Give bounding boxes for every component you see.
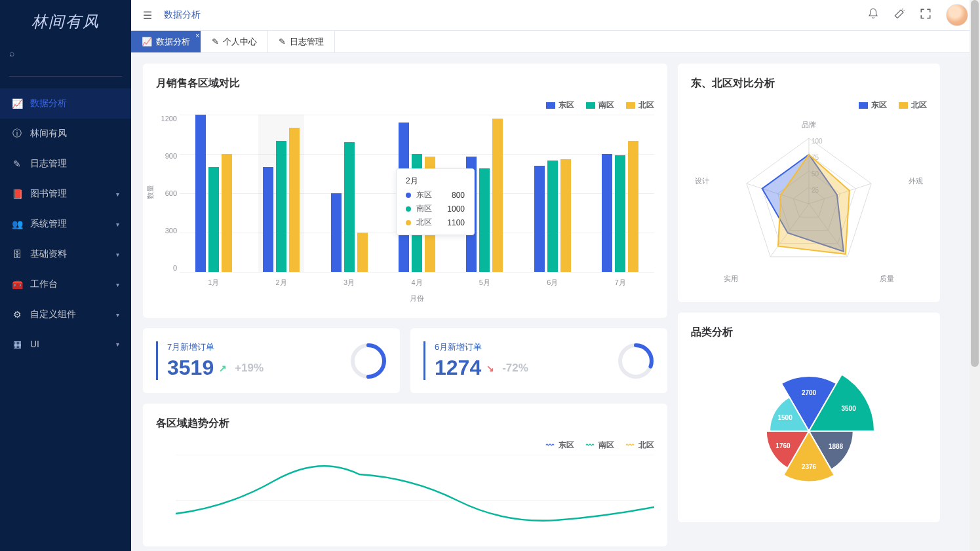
tab-0[interactable]: 📈数据分析× (131, 31, 201, 52)
chart-tooltip: 2月 东区800南区1000北区1100 (396, 168, 475, 235)
avatar[interactable] (946, 4, 968, 26)
bar[interactable] (547, 161, 558, 272)
sidebar-item-0[interactable]: 📈数据分析 (0, 88, 131, 119)
bar[interactable] (289, 128, 300, 272)
fullscreen-icon[interactable] (920, 8, 931, 22)
chevron-down-icon: ▾ (116, 281, 119, 288)
chevron-down-icon: ▾ (116, 341, 119, 348)
sidebar-item-6[interactable]: 🧰工作台▾ (0, 269, 131, 299)
search-input[interactable] (9, 58, 122, 77)
legend-north[interactable]: 〰北区 (626, 440, 654, 451)
legend-north[interactable]: 北区 (626, 100, 654, 111)
top-actions (867, 4, 968, 26)
tab-icon: ✎ (279, 37, 286, 47)
menu-label: 自定义组件 (30, 309, 76, 320)
bar[interactable] (276, 141, 286, 272)
card-radar: 东、北区对比分析 东区 北区 255075100 品牌 外观 质量 实用 设计 (678, 64, 940, 302)
sidebar-menu: 📈数据分析ⓘ林间有风✎日志管理📕图书管理▾👥系统管理▾🗄基础资料▾🧰工作台▾⚙自… (0, 88, 131, 358)
menu-icon: ▦ (12, 339, 22, 349)
legend-south[interactable]: 南区 (586, 100, 614, 111)
bar[interactable] (492, 119, 503, 272)
sidebar-item-8[interactable]: ▦UI▾ (0, 330, 131, 358)
line-chart[interactable]: 200 150 (176, 455, 654, 533)
sidebar-item-5[interactable]: 🗄基础资料▾ (0, 239, 131, 269)
rose-chart[interactable]: 270035001888237617601500 (691, 359, 927, 503)
menu-label: 基础资料 (30, 248, 67, 260)
menu-icon: 🧰 (12, 279, 22, 290)
radar-chart[interactable]: 255075100 品牌 外观 质量 实用 设计 (691, 119, 927, 289)
sidebar: 林间有风 ⌕ 📈数据分析ⓘ林间有风✎日志管理📕图书管理▾👥系统管理▾🗄基础资料▾… (0, 0, 131, 551)
sidebar-search: ⌕ (0, 43, 131, 82)
scroll-thumb[interactable] (971, 0, 979, 367)
legend: 〰东区 〰南区 〰北区 (156, 440, 654, 451)
bar[interactable] (222, 154, 232, 272)
bar-chart[interactable]: 数量 12009006003000 1月2月3月4月5月6月7月 月份 2月 东… (180, 115, 654, 305)
trend-down-icon: ↘ (486, 363, 494, 373)
radar-axis-label: 品牌 (802, 120, 816, 130)
radar-axis-label: 设计 (695, 176, 709, 186)
bar[interactable] (534, 166, 545, 272)
svg-text:1760: 1760 (775, 442, 791, 449)
sidebar-item-2[interactable]: ✎日志管理 (0, 149, 131, 179)
stat-title: 7月新增订单 (167, 341, 264, 353)
menu-label: 林间有风 (30, 128, 67, 140)
bar[interactable] (479, 168, 490, 272)
sidebar-item-7[interactable]: ⚙自定义组件▾ (0, 299, 131, 330)
menu-icon: 🗄 (12, 249, 22, 259)
bar[interactable] (208, 167, 219, 272)
menu-label: 系统管理 (30, 218, 67, 230)
main: ☰ 数据分析 📈数据分析×✎个人中心✎日志管理 月销售各区域对比 东区 南区 (131, 0, 980, 551)
chevron-down-icon: ▾ (116, 221, 119, 228)
svg-text:3500: 3500 (841, 405, 856, 412)
menu-icon: ⚙ (12, 309, 22, 320)
chevron-down-icon: ▾ (116, 191, 119, 198)
menu-label: UI (30, 339, 39, 349)
bar[interactable] (615, 155, 625, 272)
stat-value: 3519 ↗ +19% (167, 356, 264, 380)
bar[interactable] (357, 233, 368, 272)
stat-card-june: 6月新增订单 1274 ↘ -72% 31% (410, 328, 667, 393)
scrollbar[interactable] (970, 0, 980, 551)
svg-text:2700: 2700 (802, 389, 817, 396)
sidebar-item-3[interactable]: 📕图书管理▾ (0, 179, 131, 209)
breadcrumb: 数据分析 (164, 9, 201, 21)
svg-text:100: 100 (812, 138, 823, 145)
x-axis-label: 月份 (180, 294, 654, 303)
menu-icon: 📈 (12, 98, 22, 109)
magic-icon[interactable] (893, 8, 905, 22)
card-title: 品类分析 (691, 326, 927, 339)
tab-label: 个人中心 (223, 36, 257, 48)
bar[interactable] (331, 193, 342, 272)
bar[interactable] (628, 141, 638, 272)
tab-label: 数据分析 (156, 36, 190, 48)
legend-north[interactable]: 北区 (899, 100, 927, 111)
topbar: ☰ 数据分析 (131, 0, 980, 31)
menu-label: 日志管理 (30, 158, 67, 170)
sidebar-item-4[interactable]: 👥系统管理▾ (0, 209, 131, 239)
radar-axis-label: 质量 (880, 274, 894, 284)
menu-label: 图书管理 (30, 188, 67, 200)
bar[interactable] (560, 159, 571, 272)
bar[interactable] (263, 167, 273, 272)
tab-1[interactable]: ✎个人中心 (201, 31, 268, 52)
bar[interactable] (344, 142, 355, 272)
tooltip-title: 2月 (406, 176, 465, 187)
bar[interactable] (602, 154, 612, 272)
x-ticks: 1月2月3月4月5月6月7月 (180, 278, 654, 288)
menu-label: 数据分析 (30, 98, 67, 109)
trend-up-icon: ↗ (219, 363, 227, 373)
legend: 东区 南区 北区 (156, 100, 654, 111)
legend-south[interactable]: 〰南区 (586, 440, 614, 451)
bell-icon[interactable] (867, 8, 879, 22)
sidebar-item-1[interactable]: ⓘ林间有风 (0, 119, 131, 149)
tab-2[interactable]: ✎日志管理 (268, 31, 335, 52)
bar[interactable] (195, 115, 206, 272)
legend-east[interactable]: 〰东区 (546, 440, 574, 451)
card-title: 各区域趋势分析 (156, 417, 654, 430)
legend-east[interactable]: 东区 (859, 100, 887, 111)
collapse-icon[interactable]: ☰ (143, 9, 152, 22)
close-icon[interactable]: × (195, 32, 199, 39)
legend-east[interactable]: 东区 (546, 100, 574, 111)
y-axis-label: 数量 (146, 185, 155, 199)
menu-icon: ⓘ (12, 128, 22, 140)
